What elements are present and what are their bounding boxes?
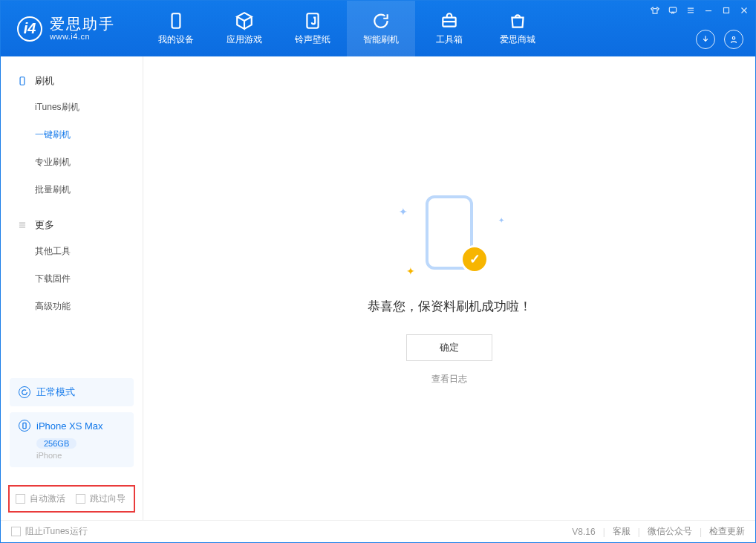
- phone-outline-icon: [17, 76, 27, 86]
- checkbox-icon: [11, 527, 21, 536]
- bag-icon: [508, 11, 527, 30]
- device-type: iPhone: [36, 451, 125, 460]
- success-illustration: ✦ ✦ ✦ ✓: [390, 191, 509, 280]
- check-update-link[interactable]: 检查更新: [709, 525, 745, 538]
- sidebar-item-download-firmware[interactable]: 下载固件: [1, 265, 143, 293]
- bottom-options-highlight: 自动激活 跳过向导: [8, 485, 135, 513]
- cube-icon: [235, 11, 254, 30]
- sidebar-section-more: 更多: [1, 214, 143, 238]
- sparkle-icon: ✦: [399, 206, 408, 218]
- sidebar-item-other-tools[interactable]: 其他工具: [1, 238, 143, 265]
- svg-rect-1: [307, 13, 318, 28]
- nav-my-device[interactable]: 我的设备: [142, 1, 210, 56]
- minimize-icon[interactable]: [702, 4, 715, 17]
- app-subtitle: www.i4.cn: [50, 32, 115, 41]
- close-icon[interactable]: [737, 4, 751, 17]
- block-itunes-checkbox[interactable]: 阻止iTunes运行: [11, 525, 88, 538]
- nav-toolbox[interactable]: 工具箱: [415, 1, 483, 56]
- sidebar-item-pro-flash[interactable]: 专业刷机: [1, 149, 143, 176]
- nav-ring-wall[interactable]: 铃声壁纸: [278, 1, 347, 56]
- toolbox-icon: [440, 11, 459, 30]
- status-bar: 阻止iTunes运行 V8.16 | 客服 | 微信公众号 | 检查更新: [1, 520, 755, 542]
- sparkle-icon: ✦: [406, 265, 415, 277]
- tshirt-icon[interactable]: [648, 4, 662, 17]
- main-nav: 我的设备 应用游戏 铃声壁纸 智能刷机 工具箱: [142, 1, 552, 56]
- checkmark-badge-icon: ✓: [463, 247, 486, 271]
- menu-icon[interactable]: [684, 4, 697, 17]
- sync-icon: [19, 386, 30, 398]
- header-right: [696, 30, 743, 49]
- nav-store[interactable]: 爱思商城: [483, 1, 552, 56]
- svg-rect-7: [23, 423, 26, 429]
- wechat-link[interactable]: 微信公众号: [648, 525, 692, 538]
- sidebar-item-itunes-flash[interactable]: iTunes刷机: [1, 94, 143, 121]
- refresh-shield-icon: [371, 11, 391, 30]
- download-button[interactable]: [696, 30, 715, 49]
- main-content: ✦ ✦ ✦ ✓ 恭喜您，保资料刷机成功啦！ 确定 查看日志: [143, 56, 755, 520]
- checkbox-icon: [16, 494, 25, 504]
- ok-button[interactable]: 确定: [406, 334, 492, 361]
- skip-guide-checkbox[interactable]: 跳过向导: [76, 492, 126, 505]
- success-message: 恭喜您，保资料刷机成功啦！: [368, 298, 532, 315]
- storage-badge: 256GB: [36, 438, 76, 449]
- sidebar-section-flash: 刷机: [1, 70, 143, 94]
- list-icon: [17, 220, 27, 230]
- version-label: V8.16: [572, 527, 595, 537]
- app-title: 爱思助手: [50, 16, 115, 32]
- nav-smart-flash[interactable]: 智能刷机: [347, 1, 415, 56]
- svg-rect-4: [724, 8, 729, 13]
- music-file-icon: [303, 11, 322, 30]
- nav-apps-games[interactable]: 应用游戏: [210, 1, 278, 56]
- app-header: i4 爱思助手 www.i4.cn 我的设备 应用游戏 铃声壁纸: [1, 1, 755, 56]
- mode-card[interactable]: 正常模式: [10, 378, 134, 406]
- device-name: iPhone XS Max: [36, 420, 103, 432]
- feedback-icon[interactable]: [666, 4, 680, 17]
- view-log-link[interactable]: 查看日志: [431, 373, 467, 386]
- svg-point-5: [732, 37, 735, 40]
- auto-activate-checkbox[interactable]: 自动激活: [16, 492, 65, 505]
- window-controls: [648, 4, 751, 17]
- checkbox-icon: [76, 494, 85, 504]
- sidebar-item-batch-flash[interactable]: 批量刷机: [1, 176, 143, 204]
- device-card[interactable]: iPhone XS Max 256GB iPhone: [10, 412, 134, 467]
- phone-icon: [166, 11, 186, 30]
- svg-rect-6: [20, 77, 25, 85]
- user-button[interactable]: [724, 30, 743, 49]
- logo-icon: i4: [17, 16, 42, 42]
- sidebar: 刷机 iTunes刷机 一键刷机 专业刷机 批量刷机 更多 其他工具 下载固件 …: [1, 56, 143, 520]
- sidebar-item-advanced[interactable]: 高级功能: [1, 293, 143, 320]
- sidebar-item-oneclick-flash[interactable]: 一键刷机: [1, 121, 143, 149]
- device-icon: [19, 420, 30, 432]
- mode-label: 正常模式: [36, 386, 75, 399]
- sparkle-icon: ✦: [498, 216, 504, 224]
- svg-rect-0: [172, 13, 180, 28]
- maximize-icon[interactable]: [720, 4, 733, 17]
- logo-area: i4 爱思助手 www.i4.cn: [1, 1, 142, 56]
- customer-service-link[interactable]: 客服: [613, 525, 630, 538]
